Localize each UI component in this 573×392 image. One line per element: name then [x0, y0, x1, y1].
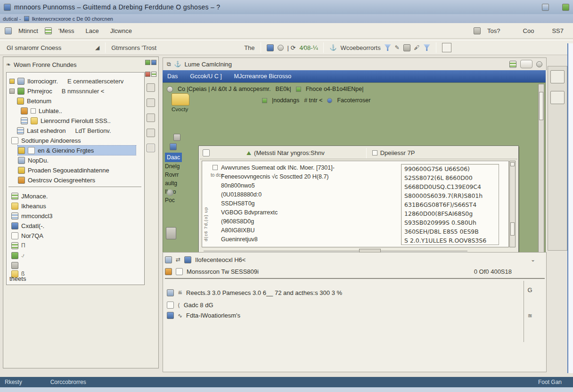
tree-item[interactable]: ⍻ — [11, 251, 143, 260]
menu-right-0[interactable]: Tos? — [483, 25, 505, 36]
dialog-row-name[interactable]: (0U0188880d:0 — [221, 190, 262, 199]
strip-button-4[interactable] — [147, 129, 155, 137]
tree-item[interactable]: Sodtiunpe Aindoeress — [11, 136, 143, 145]
dialog-row-name[interactable]: Gueninretjuv8 — [221, 235, 258, 244]
dialog-header-right[interactable]: Dpeiiessr 7P — [372, 149, 415, 156]
session-field-value[interactable]: Monsssrcon Tw SESS809i — [187, 268, 259, 275]
menu-item-3[interactable]: Jlcwnce — [106, 25, 137, 36]
tree-item[interactable]: Luhlate.. — [21, 106, 153, 115]
tree-item[interactable]: Last eshedronLdT Bertionv. — [17, 126, 149, 135]
strip-button-3[interactable] — [147, 114, 155, 122]
dialog-row-name[interactable]: SSDHS8T0g — [221, 199, 255, 208]
wedge-icon[interactable]: ◢ — [95, 44, 99, 51]
child-window-tab[interactable]: ⧉ ⚓ Lume Camlclning — [163, 57, 547, 70]
bookmark-icon[interactable] — [24, 16, 29, 21]
output-row[interactable]: ≝ Reects.3 3.0 Pamesecs 3.0 6__ 72 and a… — [167, 289, 342, 296]
scroll-up-button[interactable] — [510, 162, 515, 166]
menu-right-2[interactable]: SS7 — [547, 25, 568, 36]
record-icon[interactable] — [167, 86, 173, 92]
tree-item[interactable]: Ilorrociogrr.E cenrneatlersceterv — [9, 76, 141, 86]
picture-icon[interactable] — [184, 256, 191, 263]
header-gccok[interactable]: Gccok/U C ] — [190, 73, 221, 80]
tree-item[interactable]: Ikheanus — [11, 201, 143, 211]
tree-item[interactable]: PhrrejrocB nmssnnuler < — [9, 86, 141, 96]
scroll-thumb[interactable] — [510, 222, 515, 236]
tree-item[interactable]: Lienrocrnd Fierolutt SSS.. — [21, 116, 153, 125]
menu-item-2[interactable]: Lace — [81, 25, 103, 36]
chart-icon[interactable] — [474, 27, 481, 34]
canvas-item[interactable]: Rovrr — [165, 172, 179, 178]
notebook-icon[interactable] — [542, 4, 549, 11]
strip-red-icon[interactable] — [145, 72, 150, 77]
folder-shortcut[interactable]: Cvocty — [172, 93, 200, 113]
dialog-row-name[interactable]: VGBOG Bdvprarrextc — [221, 208, 278, 217]
dialog-row-name[interactable]: A80IG8IXBU — [221, 226, 255, 235]
tree-item[interactable]: Betonum — [17, 96, 149, 106]
webreports-button[interactable]: Wcoebeorrorts — [340, 44, 380, 51]
form-designer-canvas[interactable]: Co |Cpeias | Al &0t J & amocpesmr. BE0k|… — [163, 82, 546, 275]
canvas-vscrollbar[interactable] — [538, 84, 544, 273]
palette-button[interactable] — [550, 70, 565, 83]
dialog-row-name[interactable]: (9608S8D0g — [221, 217, 254, 226]
tree-item[interactable]: JMonace. — [11, 191, 143, 201]
tree-item[interactable]: Cxdatl(-. — [11, 221, 143, 230]
menu-item-1[interactable]: 'Mess — [54, 25, 79, 36]
anchor-icon[interactable]: ⚓ — [329, 44, 336, 51]
tree-item[interactable]: Π — [11, 241, 143, 250]
strip-list-icon[interactable] — [151, 72, 156, 77]
dialog-header-left[interactable]: ⛰ (Metssti Ntar yngros:Shnv — [246, 149, 325, 156]
menu-item-0[interactable]: Mtinnct — [14, 25, 43, 36]
tree-item-selected[interactable]: en & Gierxino Frgtes — [18, 146, 136, 155]
panel-window-icon[interactable] — [165, 256, 172, 263]
canvas-item[interactable]: aultg — [165, 180, 177, 187]
spreadsheet-icon[interactable] — [562, 4, 569, 11]
summary-trost-button[interactable]: Gtmrsonrs 'Trost — [111, 44, 156, 51]
mess-icon[interactable] — [45, 27, 52, 34]
scope-combo[interactable]: GI smaromr Cnoess — [4, 42, 91, 53]
tree-item[interactable]: NopDu. — [18, 155, 150, 165]
package-icon[interactable] — [403, 44, 410, 51]
tree-item[interactable]: Proaden Segoueatdinhatenne — [18, 165, 150, 175]
canvas-item-selected[interactable]: Daac — [165, 153, 182, 162]
pencil-icon[interactable]: ✎ — [395, 44, 400, 51]
dialog-splitter[interactable] — [204, 251, 467, 252]
filter-icon[interactable] — [385, 44, 391, 51]
strip-blue-icon[interactable] — [151, 60, 156, 65]
canvas-item[interactable]: Poc — [165, 197, 175, 204]
tree-item[interactable]: mmcondcl3 — [11, 211, 143, 220]
child-minimize-button[interactable] — [520, 60, 532, 68]
menu-right-1[interactable]: Coo — [518, 25, 539, 36]
strip-button-1[interactable] — [147, 83, 155, 92]
strip-green-icon[interactable] — [145, 60, 150, 65]
tree-item[interactable]: Oestrcsv Ociesgreehters — [18, 175, 150, 185]
grid-icon[interactable] — [267, 44, 274, 51]
dialog-list[interactable]: d(c6 7d,(o) up to dco Avwvrunes Suemeat … — [202, 161, 509, 247]
funnel2-icon[interactable] — [424, 44, 430, 51]
tree-item[interactable] — [11, 261, 143, 270]
clock-icon[interactable] — [278, 45, 284, 51]
ink-icon[interactable]: 🖋 — [414, 44, 420, 51]
camera-icon[interactable] — [173, 134, 180, 141]
strip-button-5[interactable] — [147, 144, 155, 152]
swap-arrows-icon[interactable]: ⇄ — [176, 256, 180, 263]
the-button[interactable]: The — [244, 44, 254, 51]
subbar-link[interactable]: Iknterwcrxcxoroe c De 00 chorcnen — [32, 16, 113, 22]
project-icon[interactable] — [5, 27, 12, 34]
canvas-item[interactable]: Dnelg — [165, 163, 180, 170]
child-dot-button[interactable] — [536, 61, 542, 67]
device-icon[interactable] — [170, 143, 177, 150]
dialog-row-name[interactable]: 80n800nwo5 — [221, 181, 255, 190]
dialog-vscrollbar[interactable] — [509, 161, 516, 247]
refresh-button[interactable]: | ⟳ — [287, 44, 296, 51]
header-das[interactable]: Das — [167, 73, 178, 80]
collapse-arrow-icon[interactable]: ⌄ — [531, 256, 535, 263]
strip-button-2[interactable] — [147, 98, 155, 107]
tree-item[interactable]: Nor7QA — [11, 231, 143, 240]
header-mjc[interactable]: MJcrreanroe Bicrosso — [234, 73, 292, 80]
image-tool-button[interactable] — [550, 91, 565, 104]
dialog-row-name[interactable]: Feneesovvngecnis √c Sosctted 20 H(8.7) — [221, 172, 329, 181]
output-row[interactable]: ⟨ Gadc 8 dG — [167, 302, 213, 309]
child-toggle-icon[interactable] — [509, 61, 516, 68]
dialog-row-name[interactable]: Avwvrunes Suemeat odk INc. Moer. [7301]- — [221, 163, 335, 172]
scroll-thumb[interactable] — [539, 92, 543, 120]
